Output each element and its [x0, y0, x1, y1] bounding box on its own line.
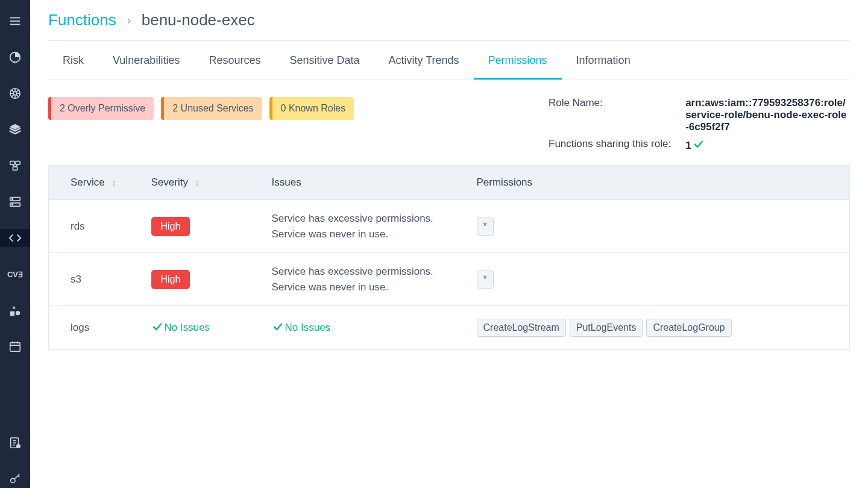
svg-rect-15 [13, 167, 17, 170]
check-icon [272, 321, 284, 336]
svg-point-21 [12, 204, 13, 205]
svg-point-20 [12, 199, 13, 200]
cell-severity: High [139, 253, 260, 306]
table-row: s3HighService has excessive permissions.… [49, 253, 850, 306]
tab-activity-trends[interactable]: Activity Trends [374, 41, 474, 80]
issue-text: Service was never in use. [272, 227, 453, 242]
tab-resources[interactable]: Resources [194, 41, 275, 80]
svg-point-34 [11, 478, 15, 483]
cell-issues: Service has excessive permissions.Servic… [260, 200, 465, 253]
issue-text: Service was never in use. [272, 280, 453, 295]
no-issues-indicator: No Issues [151, 321, 210, 336]
sort-icon: ▲▼ [195, 180, 200, 187]
issue-text: Service has excessive permissions. [272, 264, 453, 280]
layers-icon[interactable] [0, 120, 30, 139]
breadcrumb: Functions benu-node-exec [48, 0, 850, 41]
summary-badge[interactable]: 0 Known Roles [269, 97, 354, 120]
check-icon [693, 138, 705, 153]
cell-issues: No Issues [260, 306, 465, 350]
cell-severity: High [139, 200, 260, 253]
cell-service: rds [49, 200, 139, 253]
role-name-label: Role Name: [549, 97, 671, 133]
key-icon[interactable] [0, 470, 30, 488]
role-meta: Role Name: arn:aws:iam::779593258376:rol… [549, 97, 850, 153]
th-service[interactable]: Service ▲▼ [49, 166, 139, 200]
cell-severity: No Issues [139, 306, 260, 350]
tab-sensitive-data[interactable]: Sensitive Data [275, 41, 374, 80]
th-severity[interactable]: Severity ▲▼ [139, 166, 260, 200]
kubernetes-icon[interactable] [0, 84, 30, 102]
sharing-count: 1 [685, 140, 691, 152]
sidebar: CVƎ [0, 0, 30, 488]
policies-icon[interactable] [0, 301, 30, 319]
containers-icon[interactable] [0, 157, 30, 175]
svg-line-10 [16, 95, 19, 97]
functions-icon[interactable] [0, 229, 30, 247]
calendar-icon[interactable] [0, 337, 30, 355]
chevron-right-icon [125, 11, 133, 30]
issue-text: Service has excessive permissions. [272, 211, 453, 227]
cell-permissions: * [465, 200, 850, 253]
summary-badges: 2 Overly Permissive2 Unused Services0 Kn… [48, 97, 354, 120]
cell-issues: Service has excessive permissions.Servic… [260, 253, 465, 306]
cell-service: logs [49, 306, 139, 350]
summary-badge[interactable]: 2 Unused Services [161, 97, 262, 120]
role-name-value: arn:aws:iam::779593258376:role/service-r… [685, 97, 850, 133]
servers-icon[interactable] [0, 193, 30, 211]
summary-row: 2 Overly Permissive2 Unused Services0 Kn… [48, 80, 850, 165]
reports-icon[interactable] [0, 434, 30, 452]
sort-icon: ▲▼ [111, 180, 116, 187]
check-icon [151, 321, 163, 336]
cell-permissions: CreateLogStreamPutLogEventsCreateLogGrou… [465, 306, 850, 350]
permission-chip: * [477, 271, 494, 289]
permission-chip: PutLogEvents [570, 319, 643, 337]
permission-chip: CreateLogStream [477, 319, 566, 337]
th-permissions: Permissions [465, 166, 850, 200]
tabs: RiskVulnerabilitiesResourcesSensitive Da… [48, 41, 850, 80]
breadcrumb-current: benu-node-exec [142, 11, 255, 30]
svg-line-11 [11, 95, 14, 97]
svg-line-36 [18, 476, 20, 478]
svg-line-9 [11, 90, 14, 92]
tab-risk[interactable]: Risk [48, 41, 98, 80]
main-content: Functions benu-node-exec RiskVulnerabili… [30, 0, 868, 488]
sharing-value: 1 [685, 138, 850, 153]
breadcrumb-parent[interactable]: Functions [48, 11, 116, 30]
menu-toggle[interactable] [0, 12, 30, 30]
tab-information[interactable]: Information [562, 41, 645, 80]
svg-rect-14 [16, 161, 20, 165]
sharing-label: Functions sharing this role: [549, 138, 671, 153]
cell-permissions: * [465, 253, 850, 306]
dashboard-icon[interactable] [0, 48, 30, 66]
th-issues: Issues [260, 166, 465, 200]
svg-rect-22 [10, 343, 20, 352]
severity-pill: High [151, 270, 190, 289]
severity-pill: High [151, 217, 190, 236]
tab-permissions[interactable]: Permissions [474, 41, 562, 80]
no-issues-indicator: No Issues [272, 321, 331, 336]
table-row: logsNo IssuesNo IssuesCreateLogStreamPut… [49, 306, 850, 350]
cell-service: s3 [49, 253, 139, 306]
svg-rect-13 [10, 161, 14, 165]
svg-point-33 [17, 445, 20, 448]
table-row: rdsHighService has excessive permissions… [49, 200, 850, 253]
permissions-table: Service ▲▼ Severity ▲▼ Issues Permission… [48, 165, 850, 350]
permission-chip: CreateLogGroup [646, 319, 731, 337]
svg-line-12 [16, 90, 19, 92]
cves-icon[interactable]: CVƎ [0, 265, 30, 283]
tab-vulnerabilities[interactable]: Vulnerabilities [98, 41, 194, 80]
summary-badge[interactable]: 2 Overly Permissive [48, 97, 154, 120]
permission-chip: * [477, 217, 494, 236]
